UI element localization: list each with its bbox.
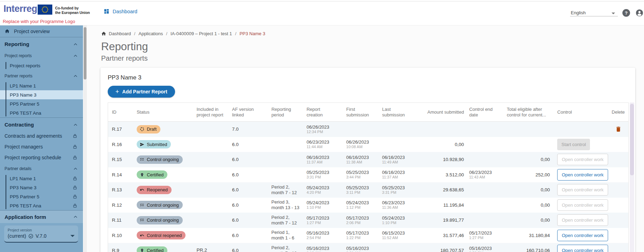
cell-report-creation: 05/24/20231:10 PM	[306, 200, 329, 210]
included-project-report-link[interactable]: PR.2	[197, 247, 207, 252]
sidebar-item-lp1-name-1[interactable]: LP1 Name 1	[0, 81, 83, 90]
table-row[interactable]: R.12Control ongoing6.0Period 3,month 13 …	[108, 198, 628, 213]
sidebar-divider	[0, 117, 83, 118]
sidebar-item-pp6-test-ana[interactable]: PP6 TEST Ana	[0, 201, 83, 210]
table-row[interactable]: R.11Control ongoing6.0Period 2,month 7 -…	[108, 213, 628, 228]
table-scrollbar[interactable]	[630, 102, 634, 252]
checklist-icon	[140, 218, 144, 222]
column-header-line: period	[271, 112, 306, 118]
sidebar-label-partner-details[interactable]: Partner details	[0, 163, 83, 174]
sidebar-item-project-reporting-schedule[interactable]: Project reporting schedule	[0, 152, 83, 163]
sidebar-item-project-managers[interactable]: Project managers	[0, 141, 83, 152]
column-header-delete: Delete	[608, 103, 628, 121]
sidebar-section-contracting[interactable]: Contracting	[0, 119, 83, 130]
project-version-prefix: (current)	[8, 233, 26, 239]
table-row[interactable]: R.13Reopened6.0Period 2,month 7 - 1205/2…	[108, 182, 628, 198]
reporting-period-line: Period 2,	[271, 215, 289, 220]
cell-first: 06/26/202310:08 AM	[346, 139, 382, 149]
project-version-select[interactable]: Project version(current)V.7.0	[4, 226, 78, 243]
sidebar-item-label: LP1 Name 1	[10, 83, 36, 89]
sidebar-item-label: PP3 Name 3	[10, 92, 37, 98]
reporting-period-line: month 7 - 12	[271, 251, 297, 252]
report-creation-time: 2:54 PM	[306, 236, 329, 240]
control-button[interactable]: Open controller work	[557, 230, 608, 241]
lock-icon	[73, 185, 77, 190]
report-creation-time: 11:44 AM	[306, 145, 329, 149]
help-icon[interactable]: ?	[622, 9, 630, 17]
sidebar-section-application-form[interactable]: Application form	[0, 211, 83, 223]
account-icon[interactable]	[636, 9, 643, 17]
sidebar-item-label: Contracts and agreements	[5, 133, 62, 139]
lock-icon	[73, 144, 77, 149]
report-creation-time: 1:10 PM	[306, 205, 329, 210]
control-button: Start control	[557, 139, 590, 150]
breadcrumb-item-dashboard[interactable]: Dashboard	[109, 31, 131, 36]
sidebar-item-project-reports[interactable]: Project reports	[0, 61, 83, 70]
sidebar-scrollbar[interactable]	[83, 25, 87, 252]
first-submission-date: 05/24/2023	[346, 200, 369, 205]
sidebar-item-pp3-name-3[interactable]: PP3 Name 3	[0, 183, 83, 192]
add-partner-report-button[interactable]: + Add Partner Report	[108, 86, 175, 98]
status-label: Certified	[147, 248, 164, 252]
sidebar-item-pp5-partner-5[interactable]: PP5 Partner 5	[0, 99, 83, 108]
sidebar-item-project-overview[interactable]: Project overview	[0, 25, 83, 37]
cell-id: R.16	[108, 142, 137, 147]
chevron-up-icon	[74, 215, 77, 218]
sidebar-label-label: Partner reports	[5, 74, 32, 78]
control-button[interactable]: Open controller work	[557, 245, 608, 252]
breadcrumb-separator: /	[235, 31, 236, 36]
breadcrumb-separator: /	[166, 31, 167, 36]
cell-delete	[608, 126, 628, 132]
reporting-period-line: month 7 - 12	[271, 190, 297, 196]
sidebar-item-pp5-partner-5[interactable]: PP5 Partner 5	[0, 192, 83, 201]
table-row[interactable]: R.14Certified6.005/25/20233:31 PM05/25/2…	[108, 167, 628, 183]
breadcrumb: Dashboard/Applications/IA-0400009 – Proj…	[101, 30, 644, 37]
reporting-period-line: month 13 - 13	[271, 205, 299, 211]
cell-creation: 05/25/20233:31 PM	[306, 170, 346, 180]
status-badge: Certified	[137, 246, 167, 252]
last-submission-time: 3:31 PM	[382, 190, 405, 195]
table-scrollbar-thumb[interactable]	[630, 104, 634, 175]
home-icon[interactable]	[101, 31, 106, 36]
lock-icon	[73, 155, 77, 160]
language-select[interactable]: English	[571, 10, 586, 15]
cell-first: 06/16/202311:38 AM	[346, 155, 382, 165]
sidebar-divider	[0, 37, 83, 37]
table-row[interactable]: R.9CertifiedPR.26.0Period 2,month 7 - 12…	[108, 243, 628, 252]
sidebar-section-reporting[interactable]: Reporting	[0, 38, 83, 50]
column-header-creation: Reportcreation	[306, 103, 346, 121]
table-row[interactable]: R.17Draft7.006/26/202312:34 PM	[108, 122, 628, 137]
cell-first-submission: 06/26/202310:08 AM	[346, 139, 369, 149]
sidebar-item-contracts-and-agreements[interactable]: Contracts and agreements	[0, 130, 83, 141]
amount-submitted: 0,00	[455, 142, 464, 147]
window-top-edge	[0, 1, 644, 1]
control-button[interactable]: Open controller work	[557, 169, 608, 181]
table-row[interactable]: R.16Submitted6.006/23/202311:44 AM06/26/…	[108, 137, 628, 152]
delete-button[interactable]	[615, 126, 622, 132]
cell-id: R.11	[108, 217, 137, 223]
control-button: Open controller work	[557, 214, 608, 226]
sidebar-label-partner-reports[interactable]: Partner reports	[0, 71, 83, 81]
sidebar-item-lp1-name-1[interactable]: LP1 Name 1	[0, 174, 83, 183]
column-header-line: First	[346, 107, 382, 112]
cell-total: 0,00	[507, 157, 551, 162]
table-row[interactable]: R.10Control reopened6.0Period 1,month 1 …	[108, 228, 628, 243]
cell-af: 6.0	[232, 172, 271, 177]
breadcrumb-item-ia-0400009-project-1-test-1[interactable]: IA-0400009 – Project 1 - test 1	[171, 31, 232, 36]
nav-dashboard[interactable]: Dashboard	[104, 8, 137, 14]
breadcrumb-item-applications[interactable]: Applications	[138, 31, 163, 36]
sidebar-item-pp3-name-3[interactable]: PP3 Name 3	[0, 90, 83, 99]
cell-amount: 19.891,77	[419, 217, 465, 223]
cell-control: Open controller work	[551, 169, 608, 181]
sidebar-label-project-reports[interactable]: Project reports	[0, 51, 83, 61]
sidebar-item-pp6-test-ana[interactable]: PP6 TEST Ana	[0, 108, 83, 117]
table-row[interactable]: R.15Control ongoing6.006/16/202311:37 AM…	[108, 152, 628, 167]
cell-id: R.13	[108, 187, 137, 192]
status-badge: Control ongoing	[137, 216, 183, 224]
status-badge: Submitted	[137, 140, 171, 148]
last-submission-date: 06/23/2023	[382, 200, 405, 205]
column-header-line: submission	[382, 112, 419, 118]
sidebar-scrollbar-thumb[interactable]	[84, 27, 86, 79]
report-creation-time: 4:20 PM	[306, 190, 329, 195]
sidebar-item-label: PP5 Partner 5	[10, 194, 39, 199]
